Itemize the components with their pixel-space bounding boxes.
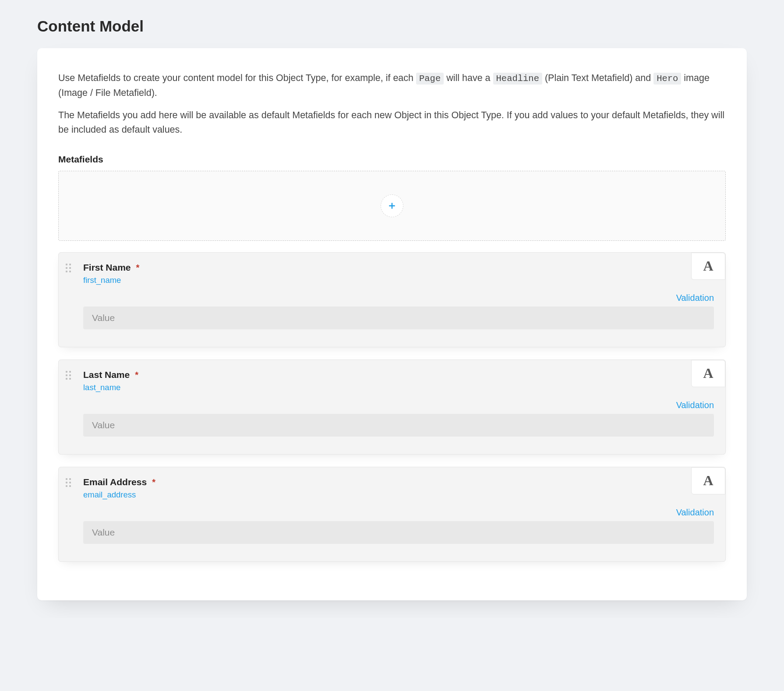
value-input[interactable] (83, 521, 714, 544)
required-star-icon: * (135, 370, 138, 380)
field-label: First Name (83, 262, 131, 273)
drag-handle-icon[interactable] (66, 263, 72, 273)
drag-handle-icon[interactable] (66, 370, 72, 380)
field-type-badge[interactable]: A (691, 253, 725, 280)
intro-text-block: Use Metafields to create your content mo… (58, 71, 726, 137)
drag-handle-icon[interactable] (66, 478, 72, 487)
value-input[interactable] (83, 307, 714, 329)
validation-link[interactable]: Validation (676, 400, 714, 410)
type-glyph-icon: A (703, 365, 713, 381)
intro-paragraph-2: The Metafields you add here will be avai… (58, 108, 726, 137)
field-label: Email Address (83, 477, 147, 487)
type-glyph-icon: A (703, 258, 713, 274)
intro-text: Use Metafields to create your content mo… (58, 73, 416, 83)
field-key-link[interactable]: first_name (83, 275, 121, 285)
code-headline: Headline (493, 73, 542, 85)
intro-text: will have a (444, 73, 493, 83)
value-input[interactable] (83, 414, 714, 437)
page-title: Content Model (37, 18, 747, 35)
code-page: Page (416, 73, 444, 85)
required-star-icon: * (152, 477, 155, 487)
metafields-section-label: Metafields (58, 154, 726, 165)
plus-icon (388, 201, 396, 210)
field-key-link[interactable]: last_name (83, 383, 120, 392)
content-model-card: Use Metafields to create your content mo… (37, 48, 747, 600)
required-star-icon: * (136, 263, 140, 273)
field-type-badge[interactable]: A (691, 360, 725, 387)
field-header: First Name * (83, 262, 714, 273)
intro-text: (Plain Text Metafield) and (542, 73, 653, 83)
validation-link[interactable]: Validation (676, 293, 714, 303)
metafield-card: A Last Name * last_name Validation (58, 360, 726, 455)
add-metafield-button[interactable] (381, 194, 403, 217)
field-header: Last Name * (83, 370, 714, 380)
metafield-card: A First Name * first_name Validation (58, 252, 726, 347)
type-glyph-icon: A (703, 472, 713, 489)
field-label: Last Name (83, 370, 130, 380)
validation-link[interactable]: Validation (676, 508, 714, 518)
metafield-card: A Email Address * email_address Validati… (58, 467, 726, 562)
field-key-link[interactable]: email_address (83, 490, 136, 500)
code-hero: Hero (653, 73, 681, 85)
field-header: Email Address * (83, 477, 714, 487)
field-type-badge[interactable]: A (691, 467, 725, 494)
intro-paragraph-1: Use Metafields to create your content mo… (58, 71, 726, 100)
add-metafield-drop-zone[interactable] (58, 171, 726, 241)
